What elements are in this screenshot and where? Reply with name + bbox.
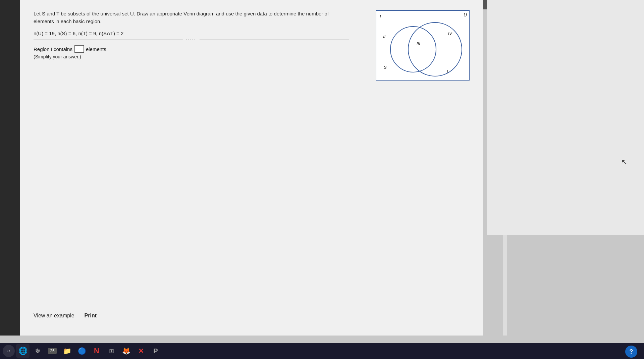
svg-point-1 xyxy=(408,22,462,76)
taskbar-search-button[interactable]: ○ xyxy=(3,345,15,357)
globe-icon: 🌐 xyxy=(18,347,28,355)
taskbar-badge-btn[interactable]: 25 xyxy=(46,344,59,358)
answer-prompt: Region I contains xyxy=(34,46,72,52)
taskbar-browser-icon[interactable]: 🌐 xyxy=(16,344,30,358)
taskbar-badge-25: 25 xyxy=(48,348,56,354)
taskbar: ○ 🌐 ❄ 25 📁 🔵 N ⊞ 🦊 ✕ P ? xyxy=(0,343,644,359)
p-letter-icon: P xyxy=(153,347,158,355)
folder-icon: 📁 xyxy=(63,347,71,355)
taskbar-file-icon[interactable]: 📁 xyxy=(60,344,74,358)
n-letter-icon: N xyxy=(94,347,99,355)
star-icon: ❄ xyxy=(35,347,41,355)
x-icon: ✕ xyxy=(138,347,144,355)
right-panel xyxy=(487,0,644,235)
view-example-link[interactable]: View an example xyxy=(34,313,74,319)
venn-label-i: I xyxy=(380,14,381,19)
taskbar-chrome-icon[interactable]: 🔵 xyxy=(75,344,89,358)
bottom-actions: View an example Print xyxy=(34,313,97,319)
venn-label-iv: IV xyxy=(448,31,452,36)
venn-label-s: S xyxy=(384,65,387,70)
venn-label-u: U xyxy=(464,12,467,17)
help-icon: ? xyxy=(630,348,633,355)
venn-label-t: T xyxy=(446,69,449,74)
cursor-indicator: ↖ xyxy=(621,158,627,166)
venn-label-iii: III xyxy=(417,41,420,46)
venn-svg xyxy=(376,11,470,81)
taskbar-p-icon[interactable]: P xyxy=(149,344,162,358)
chrome-icon: 🔵 xyxy=(78,347,86,355)
search-icon: ○ xyxy=(7,348,10,354)
venn-diagram: U I II III IV S T xyxy=(376,10,470,81)
taskbar-grid-icon[interactable]: ⊞ xyxy=(105,344,118,358)
taskbar-help-button[interactable]: ? xyxy=(625,346,637,358)
question-text: Let S and T be subsets of the universal … xyxy=(34,10,335,25)
firefox-icon: 🦊 xyxy=(122,347,130,355)
print-link[interactable]: Print xyxy=(85,313,97,319)
taskbar-x-icon[interactable]: ✕ xyxy=(134,344,148,358)
region-answer-input[interactable] xyxy=(74,45,84,53)
venn-label-ii: II xyxy=(383,34,385,39)
divider-dots: ..... xyxy=(183,37,200,41)
answer-suffix: elements. xyxy=(86,46,108,52)
taskbar-n-icon[interactable]: N xyxy=(90,344,103,358)
taskbar-firefox-icon[interactable]: 🦊 xyxy=(119,344,133,358)
main-content: Let S and T be subsets of the universal … xyxy=(20,0,483,336)
grid-icon: ⊞ xyxy=(109,347,114,355)
left-sidebar xyxy=(0,0,20,336)
taskbar-star-icon[interactable]: ❄ xyxy=(31,344,44,358)
